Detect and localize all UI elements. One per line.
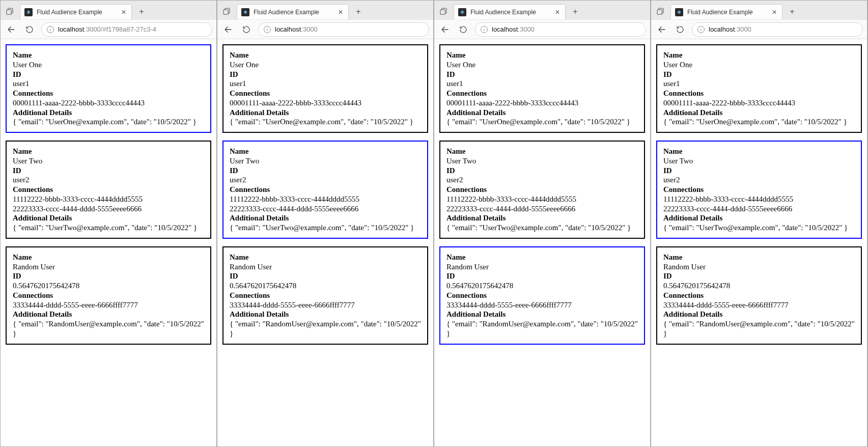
close-icon[interactable]: ✕ xyxy=(337,9,344,16)
card-details-label: Additional Details xyxy=(446,213,638,223)
audience-card[interactable]: NameUser OneIDuser1Connections00001111-a… xyxy=(6,44,211,133)
site-info-icon[interactable]: i xyxy=(481,26,488,33)
back-button[interactable] xyxy=(221,23,235,36)
tab-favicon: ⚛ xyxy=(675,8,683,16)
address-bar[interactable]: ilocalhost:3000 xyxy=(475,22,646,37)
card-connections-label: Connections xyxy=(446,185,638,194)
browser-tab[interactable]: ⚛Fluid Audience Example✕ xyxy=(20,4,132,19)
card-details-label: Additional Details xyxy=(446,310,638,319)
audience-card[interactable]: NameRandom UserID0.5647620175642478Conne… xyxy=(439,246,645,345)
svg-rect-6 xyxy=(657,10,662,14)
site-info-icon[interactable]: i xyxy=(697,26,705,33)
close-icon[interactable]: ✕ xyxy=(771,9,778,16)
back-button[interactable] xyxy=(655,23,668,36)
audience-card[interactable]: NameUser TwoIDuser2Connections11112222-b… xyxy=(222,141,428,239)
card-name-value: Random User xyxy=(446,262,638,272)
tab-favicon: ⚛ xyxy=(241,8,249,16)
close-icon[interactable]: ✕ xyxy=(554,9,561,16)
new-tab-button[interactable]: + xyxy=(786,5,799,18)
card-connection-id: 22223333-cccc-4444-dddd-5555eeee6666 xyxy=(230,204,421,214)
card-id-label: ID xyxy=(230,70,421,79)
card-id-label: ID xyxy=(446,166,638,176)
card-id-label: ID xyxy=(230,271,421,281)
audience-card[interactable]: NameUser OneIDuser1Connections00001111-a… xyxy=(656,44,862,133)
card-details-label: Additional Details xyxy=(13,213,204,223)
audience-card[interactable]: NameUser OneIDuser1Connections00001111-a… xyxy=(222,44,428,133)
site-info-icon[interactable]: i xyxy=(47,26,54,33)
reload-button[interactable] xyxy=(240,23,253,36)
card-id-label: ID xyxy=(446,271,638,281)
browser-window: ⚛Fluid Audience Example✕+ilocalhost:3000… xyxy=(217,0,434,447)
tab-title: Fluid Audience Example xyxy=(37,9,116,16)
tab-title: Fluid Audience Example xyxy=(470,9,550,16)
card-name-value: User One xyxy=(446,60,638,70)
tabs-overview-icon[interactable] xyxy=(438,7,449,17)
back-button[interactable] xyxy=(438,23,452,36)
card-id-value: user2 xyxy=(446,175,638,185)
card-name-label: Name xyxy=(13,147,204,156)
tabs-overview-icon[interactable] xyxy=(221,7,232,17)
address-bar[interactable]: ilocalhost:3000 xyxy=(692,22,863,37)
tab-title: Fluid Audience Example xyxy=(254,9,333,16)
card-id-label: ID xyxy=(663,271,855,281)
card-details-label: Additional Details xyxy=(663,310,855,319)
card-id-value: user1 xyxy=(663,79,855,89)
card-id-label: ID xyxy=(13,166,204,176)
card-name-value: User One xyxy=(663,60,855,70)
card-id-value: 0.5647620175642478 xyxy=(663,281,855,291)
card-name-label: Name xyxy=(13,50,204,60)
audience-card[interactable]: NameUser TwoIDuser2Connections11112222-b… xyxy=(439,141,645,239)
browser-tab[interactable]: ⚛Fluid Audience Example✕ xyxy=(454,4,566,19)
card-name-label: Name xyxy=(663,50,855,60)
new-tab-button[interactable]: + xyxy=(352,5,365,18)
audience-card[interactable]: NameRandom UserID0.5647620175642478Conne… xyxy=(222,246,428,345)
audience-card[interactable]: NameRandom UserID0.5647620175642478Conne… xyxy=(656,246,862,345)
new-tab-button[interactable]: + xyxy=(135,5,148,18)
close-icon[interactable]: ✕ xyxy=(120,9,127,16)
site-info-icon[interactable]: i xyxy=(264,26,271,33)
back-button[interactable] xyxy=(5,23,18,36)
card-details-label: Additional Details xyxy=(230,310,421,319)
browser-tab[interactable]: ⚛Fluid Audience Example✕ xyxy=(237,4,349,19)
reload-button[interactable] xyxy=(674,23,687,36)
card-connections-label: Connections xyxy=(446,89,638,98)
toolbar: ilocalhost:3000 xyxy=(434,20,650,39)
url-text: localhost:3000/#f1798a87-27c3-4 xyxy=(58,25,156,33)
card-id-value: 0.5647620175642478 xyxy=(446,281,638,291)
card-name-value: Random User xyxy=(13,262,204,272)
new-tab-button[interactable]: + xyxy=(569,5,582,18)
card-details-value: { "email": "UserTwo@example.com", "date"… xyxy=(230,223,421,233)
tabs-overview-icon[interactable] xyxy=(655,7,665,17)
audience-card[interactable]: NameUser OneIDuser1Connections00001111-a… xyxy=(439,44,645,133)
card-connection-id: 33334444-dddd-5555-eeee-6666ffff7777 xyxy=(663,300,855,310)
tab-bar: ⚛Fluid Audience Example✕+ xyxy=(1,1,216,20)
browser-window: ⚛Fluid Audience Example✕+ilocalhost:3000… xyxy=(0,0,217,447)
card-id-value: 0.5647620175642478 xyxy=(230,281,421,291)
card-name-label: Name xyxy=(230,147,421,156)
audience-card[interactable]: NameUser TwoIDuser2Connections11112222-b… xyxy=(6,141,211,239)
card-id-value: user1 xyxy=(13,79,204,89)
audience-card[interactable]: NameRandom UserID0.5647620175642478Conne… xyxy=(6,246,211,345)
card-id-value: user2 xyxy=(230,175,421,185)
card-details-value: { "email": "RandomUser@example.com", "da… xyxy=(663,319,855,339)
reload-button[interactable] xyxy=(23,23,36,36)
browser-tab[interactable]: ⚛Fluid Audience Example✕ xyxy=(670,4,782,19)
address-bar[interactable]: ilocalhost:3000 xyxy=(258,22,429,37)
audience-card[interactable]: NameUser TwoIDuser2Connections11112222-b… xyxy=(656,141,862,239)
card-details-label: Additional Details xyxy=(13,310,204,319)
card-details-label: Additional Details xyxy=(230,213,421,223)
reload-button[interactable] xyxy=(457,23,470,36)
toolbar: ilocalhost:3000 xyxy=(217,20,433,39)
browser-window: ⚛Fluid Audience Example✕+ilocalhost:3000… xyxy=(651,0,867,447)
card-name-label: Name xyxy=(446,147,638,156)
card-connections-label: Connections xyxy=(230,185,421,194)
card-connection-id: 22223333-cccc-4444-dddd-5555eeee6666 xyxy=(13,204,204,214)
tabs-overview-icon[interactable] xyxy=(5,7,15,17)
card-connections-label: Connections xyxy=(663,185,855,194)
card-name-value: Random User xyxy=(230,262,421,272)
card-name-label: Name xyxy=(230,50,421,60)
card-name-value: User Two xyxy=(446,156,638,166)
card-connections-label: Connections xyxy=(446,291,638,300)
address-bar[interactable]: ilocalhost:3000/#f1798a87-27c3-4 xyxy=(41,22,212,37)
card-name-value: User Two xyxy=(13,156,204,166)
